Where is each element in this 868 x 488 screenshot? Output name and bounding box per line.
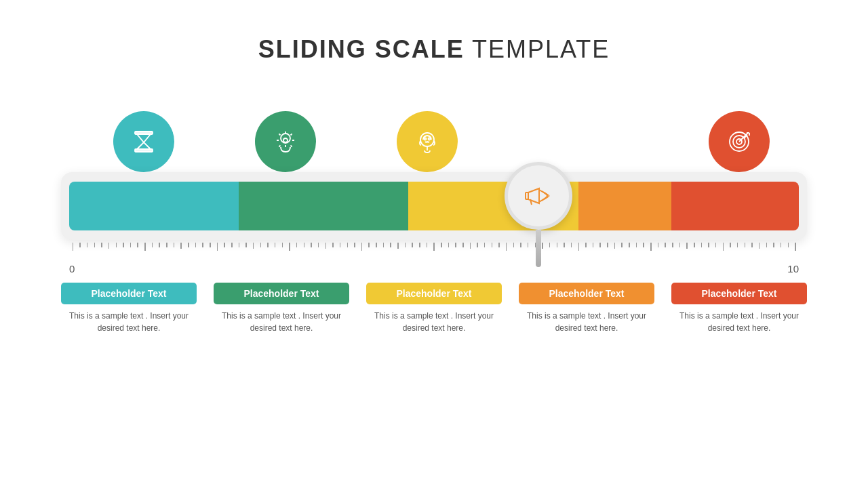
tick-mark-28 xyxy=(275,243,276,247)
card-2: Placeholder TextThis is a sample text . … xyxy=(214,283,349,334)
tick-mark-30 xyxy=(289,243,290,251)
tick-81 xyxy=(654,243,662,251)
tick-71 xyxy=(583,243,590,251)
tick-72 xyxy=(589,243,597,251)
tick-mark-41 xyxy=(368,243,370,247)
tick-mark-75 xyxy=(614,243,616,249)
svg-point-5 xyxy=(283,138,288,142)
target-icon xyxy=(724,126,755,157)
card-label-1: Placeholder Text xyxy=(61,283,197,304)
tick-mark-19 xyxy=(210,243,211,247)
tick-47 xyxy=(409,243,416,251)
card-text-5: This is a sample text . Insert your desi… xyxy=(671,310,807,334)
slider-pin[interactable] xyxy=(505,162,572,267)
tick-mark-94 xyxy=(751,243,753,247)
tick-mark-80 xyxy=(650,243,652,251)
tick-89 xyxy=(712,243,719,251)
tick-mark-32 xyxy=(304,243,305,247)
tick-43 xyxy=(380,243,387,251)
tick-mark-91 xyxy=(730,243,731,247)
tick-mark-6 xyxy=(116,243,117,247)
tick-mark-46 xyxy=(405,243,406,247)
tick-mark-73 xyxy=(599,243,601,247)
ruler-label-start: 0 xyxy=(69,263,75,274)
tick-mark-38 xyxy=(347,243,349,247)
card-text-4: This is a sample text . Insert your desi… xyxy=(519,310,654,334)
ruler xyxy=(69,240,799,251)
tick-mark-18 xyxy=(202,243,203,247)
card-text-2: This is a sample text . Insert your desi… xyxy=(214,310,349,334)
tick-mark-74 xyxy=(607,243,608,247)
tick-100 xyxy=(792,243,800,251)
tick-84 xyxy=(676,243,684,251)
tick-mark-83 xyxy=(672,243,673,247)
tick-mark-76 xyxy=(621,243,623,247)
main-container: 0 10 Placeholder TextThis is a sample te… xyxy=(61,84,807,334)
tick-9 xyxy=(134,243,142,251)
tick-93 xyxy=(741,243,749,251)
tick-mark-15 xyxy=(180,243,182,249)
tick-mark-25 xyxy=(253,243,254,249)
tick-mark-2 xyxy=(87,243,88,247)
tick-mark-5 xyxy=(108,243,110,249)
tick-mark-4 xyxy=(101,243,102,247)
tick-mark-58 xyxy=(492,243,493,247)
tick-58 xyxy=(488,243,496,251)
tick-78 xyxy=(633,243,640,251)
tick-4 xyxy=(98,243,106,251)
tick-mark-40 xyxy=(361,243,363,251)
tick-79 xyxy=(640,243,648,251)
tick-13 xyxy=(163,243,171,251)
tick-53 xyxy=(452,243,460,251)
tick-28 xyxy=(271,243,279,251)
page-title: SLIDING SCALE TEMPLATE xyxy=(258,35,610,64)
tick-86 xyxy=(690,243,698,251)
tick-mark-34 xyxy=(318,243,319,247)
tick-57 xyxy=(481,243,488,251)
tick-20 xyxy=(214,243,221,251)
tick-92 xyxy=(734,243,741,251)
svg-point-8 xyxy=(425,138,427,140)
tick-75 xyxy=(611,243,618,251)
tick-15 xyxy=(178,243,185,251)
tick-0 xyxy=(69,243,77,251)
tick-mark-22 xyxy=(231,243,233,247)
segment-4 xyxy=(578,182,672,230)
tick-76 xyxy=(618,243,626,251)
tick-mark-95 xyxy=(759,243,760,249)
tick-mark-89 xyxy=(715,243,717,247)
tick-54 xyxy=(459,243,467,251)
tick-mark-29 xyxy=(282,243,283,247)
tick-mark-14 xyxy=(174,243,175,247)
tick-mark-51 xyxy=(441,243,442,247)
tick-1 xyxy=(77,243,84,251)
tick-8 xyxy=(127,243,134,251)
tick-10 xyxy=(142,243,149,251)
tick-98 xyxy=(777,243,785,251)
title-light: TEMPLATE xyxy=(465,35,610,63)
card-5: Placeholder TextThis is a sample text . … xyxy=(671,283,807,334)
tick-16 xyxy=(185,243,193,251)
tick-46 xyxy=(401,243,409,251)
tick-mark-24 xyxy=(245,243,247,247)
tick-88 xyxy=(705,243,713,251)
tick-mark-21 xyxy=(224,243,225,247)
tick-mark-11 xyxy=(152,243,153,247)
tick-mark-56 xyxy=(477,243,478,247)
tick-mark-88 xyxy=(708,243,709,247)
tick-80 xyxy=(648,243,655,251)
tick-mark-87 xyxy=(701,243,703,247)
tick-45 xyxy=(395,243,402,251)
tick-mark-33 xyxy=(311,243,312,247)
tick-mark-96 xyxy=(766,243,768,247)
tick-59 xyxy=(496,243,503,251)
tick-37 xyxy=(336,243,344,251)
tick-95 xyxy=(755,243,763,251)
tick-35 xyxy=(322,243,330,251)
tick-mark-55 xyxy=(470,243,471,249)
tick-mark-98 xyxy=(781,243,782,247)
segment-1 xyxy=(69,182,239,230)
tick-25 xyxy=(250,243,257,251)
tick-mark-35 xyxy=(326,243,327,249)
icon-wrapper-1 xyxy=(113,111,174,172)
